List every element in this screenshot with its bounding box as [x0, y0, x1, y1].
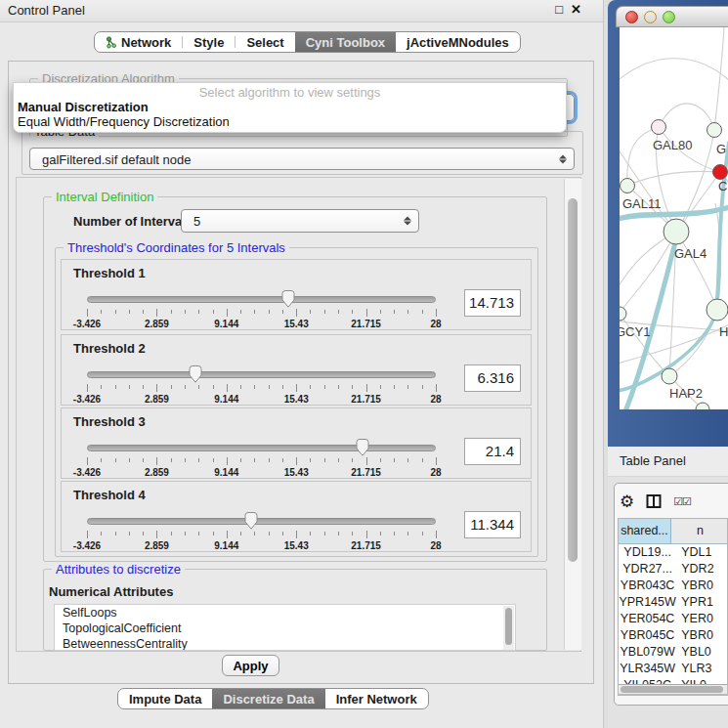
slider-thumb[interactable]: [280, 289, 296, 309]
threshold-value-field[interactable]: 21.4: [464, 438, 521, 465]
popup-option-manual-discretization[interactable]: Manual Discretization: [14, 100, 566, 114]
split-view-icon[interactable]: [646, 493, 662, 509]
slider-track[interactable]: [87, 445, 436, 451]
table-row[interactable]: YPR145WYPR1: [619, 594, 727, 611]
list-scrollbar[interactable]: [503, 606, 514, 651]
slider-thumb[interactable]: [355, 438, 370, 457]
bottom-tab-discretize-data[interactable]: Discretize Data: [212, 689, 324, 708]
threshold-slider[interactable]: -3.4262.8599.14415.4321.71528: [87, 368, 436, 406]
network-node[interactable]: [652, 120, 666, 135]
network-edge: [620, 314, 669, 376]
network-node[interactable]: [620, 307, 626, 321]
float-window-icon[interactable]: □: [555, 2, 571, 17]
checkbox-columns-icon[interactable]: ☑☑: [673, 495, 691, 508]
top-tab-network[interactable]: Network: [95, 32, 182, 52]
popup-placeholder: Select algorithm to view settings: [14, 83, 566, 100]
top-tab-jactivemnodules[interactable]: jActiveMNodules: [396, 32, 520, 52]
node-label-gcy1: GCY1: [620, 324, 650, 339]
network-node[interactable]: [662, 368, 677, 384]
top-tab-cyni-toolbox[interactable]: Cyni Toolbox: [295, 32, 396, 52]
cell-name: YBR0: [676, 578, 727, 594]
table-row[interactable]: YDR27...YDR2: [619, 561, 727, 578]
node-table: shared... n YDL19...YDL1YDR27...YDR2YBR0…: [618, 518, 728, 696]
top-tab-style[interactable]: Style: [183, 32, 235, 52]
apply-button[interactable]: Apply: [222, 655, 279, 676]
threshold-value-field[interactable]: 6.316: [464, 364, 521, 392]
network-node[interactable]: [621, 179, 635, 193]
table-row[interactable]: YBR043CYBR0: [619, 578, 727, 594]
network-node[interactable]: [713, 165, 728, 180]
slider-ticks: [87, 531, 436, 538]
table-row[interactable]: YER054CYER0: [619, 611, 727, 627]
tab-label: Select: [246, 35, 283, 50]
slider-axis-labels: -3.4262.8599.14415.4321.71528: [87, 319, 436, 329]
tab-label: Style: [193, 35, 224, 50]
slider-thumb[interactable]: [188, 364, 203, 384]
close-icon[interactable]: ✕: [571, 2, 589, 17]
threshold-box-2: Threshold 2-3.4262.8599.14415.4321.71528…: [61, 334, 532, 406]
table-header-row: shared... n: [619, 519, 727, 544]
scrollbar-thumb[interactable]: [568, 198, 578, 562]
top-tab-select[interactable]: Select: [236, 32, 294, 52]
network-node[interactable]: [664, 219, 689, 244]
network-canvas[interactable]: GAL80GCGAL11GAL4GCY1HHAP2: [620, 27, 728, 409]
close-traffic-light-icon[interactable]: [625, 11, 638, 23]
network-node[interactable]: [707, 123, 722, 138]
cell-name: YDL1: [676, 544, 727, 561]
table-row[interactable]: YBR045CYBR0: [619, 627, 727, 644]
table-data-combobox[interactable]: galFiltered.sif default node: [29, 148, 575, 170]
slider-track[interactable]: [87, 296, 436, 303]
threshold-slider[interactable]: -3.4262.8599.14415.4321.71528: [87, 442, 436, 479]
numerical-attributes-label: Numerical Attributes: [49, 584, 173, 599]
slider-track[interactable]: [87, 371, 436, 378]
attribute-item-betweennesscentrality[interactable]: BetweennessCentrality: [55, 636, 515, 651]
number-of-intervals-combobox[interactable]: 5: [181, 209, 419, 233]
slider-axis-labels: -3.4262.8599.14415.4321.71528: [87, 540, 436, 551]
tab-label: Infer Network: [336, 692, 417, 707]
network-window-titlebar[interactable]: [616, 6, 728, 27]
numerical-attributes-list: SelfLoopsTopologicalCoefficientBetweenne…: [54, 604, 516, 651]
slider-thumb[interactable]: [243, 511, 259, 531]
bottom-tab-impute-data[interactable]: Impute Data: [118, 689, 212, 708]
popup-option-equal-width-frequency[interactable]: Equal Width/Frequency Discretization: [14, 114, 566, 129]
attribute-item-selfloops[interactable]: SelfLoops: [55, 605, 515, 621]
network-edge: [669, 310, 717, 376]
algorithm-dropdown-popup: Select algorithm to view settings Manual…: [13, 82, 567, 133]
network-node[interactable]: [696, 403, 709, 409]
cell-shared-name: YDL19...: [619, 544, 676, 561]
table-row[interactable]: YLR345WYLR3: [619, 661, 727, 677]
window-title: Control Panel: [8, 3, 85, 18]
control-panel-window: Control Panel □✕ NetworkStyleSelectCyni …: [0, 0, 604, 728]
top-tab-bar: NetworkStyleSelectCyni ToolboxjActiveMNo…: [94, 31, 521, 53]
table-horizontal-scrollbar[interactable]: [618, 684, 728, 695]
table-row[interactable]: YDL19...YDL1: [619, 544, 727, 561]
threshold-slider[interactable]: -3.4262.8599.14415.4321.71528: [87, 515, 436, 552]
table-row[interactable]: YBL079WYBL0: [619, 644, 727, 661]
zoom-traffic-light-icon[interactable]: [663, 11, 675, 23]
threshold-rows: Threshold 1-3.4262.8599.14415.4321.71528…: [61, 259, 532, 552]
cell-name: YDR2: [676, 561, 727, 578]
table-rows: YDL19...YDL1YDR27...YDR2YBR043CYBR0YPR14…: [619, 544, 727, 694]
bottom-tab-infer-network[interactable]: Infer Network: [325, 689, 428, 708]
slider-track[interactable]: [87, 518, 436, 525]
settings-vertical-scrollbar[interactable]: [564, 179, 581, 650]
attribute-item-topologicalcoefficient[interactable]: TopologicalCoefficient: [55, 621, 515, 636]
combo-arrows-icon: [404, 217, 411, 226]
threshold-value-field[interactable]: 14.713: [464, 289, 521, 317]
gear-icon[interactable]: ⚙: [620, 493, 634, 510]
node-label-gal11: GAL11: [622, 196, 662, 211]
scrollbar-thumb[interactable]: [621, 686, 723, 693]
control-panel-titlebar: Control Panel □✕: [0, 0, 603, 22]
scrollbar-thumb[interactable]: [505, 608, 512, 645]
column-header-shared-name[interactable]: shared...: [619, 519, 671, 543]
tab-label: Network: [121, 35, 171, 50]
threshold-value-field[interactable]: 11.344: [464, 511, 521, 538]
node-label-gal4: GAL4: [674, 246, 707, 261]
cell-name: YBL0: [676, 644, 727, 661]
group-title: Interval Definition: [52, 190, 157, 204]
threshold-slider[interactable]: -3.4262.8599.14415.4321.71528: [87, 293, 436, 330]
minimize-traffic-light-icon[interactable]: [644, 11, 657, 23]
cell-shared-name: YER054C: [619, 611, 676, 627]
network-node[interactable]: [707, 299, 728, 321]
column-header-name[interactable]: n: [671, 519, 727, 543]
